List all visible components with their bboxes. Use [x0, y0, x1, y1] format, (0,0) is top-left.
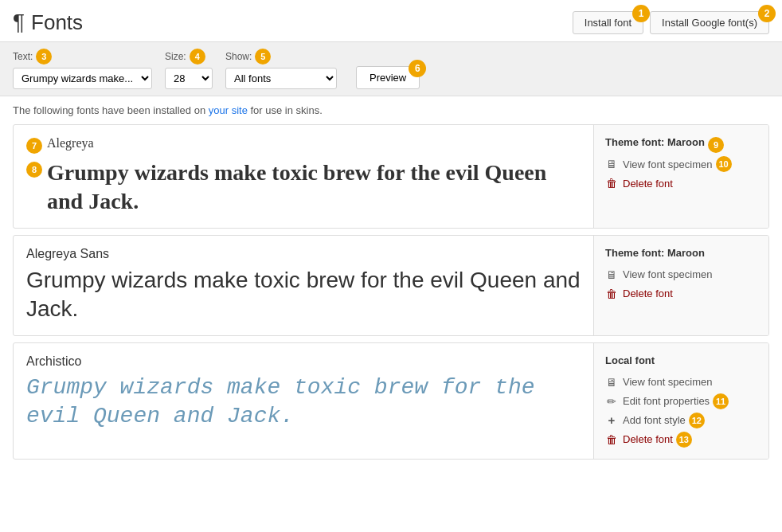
- font-preview-text-archistico: Grumpy wizards make toxic brew for the e…: [26, 374, 581, 432]
- info-text-after: for use in skins.: [251, 104, 323, 116]
- font-preview-alegreya-sans: Alegreya Sans Grumpy wizards make toxic …: [14, 236, 593, 335]
- badge-8: 8: [26, 162, 42, 178]
- font-item-alegreya-sans: Alegreya Sans Grumpy wizards make toxic …: [13, 235, 769, 336]
- install-google-wrap: Install Google font(s) 2: [650, 11, 769, 34]
- font-name-alegreya: Alegreya: [47, 136, 94, 151]
- font-preview-text-alegreya-sans: Grumpy wizards make toxic brew for the e…: [26, 266, 581, 324]
- size-select[interactable]: 28: [165, 68, 213, 89]
- edit-font-archistico[interactable]: ✏ Edit font properties: [605, 393, 710, 409]
- monitor-icon-alegreya-sans: 🖥: [605, 268, 618, 281]
- font-actions-archistico: Local font 🖥 View font specimen ✏ Edit f…: [593, 343, 768, 459]
- info-text-before: The following fonts have been installed …: [13, 104, 205, 116]
- trash-icon-archistico: 🗑: [605, 433, 618, 446]
- text-control: Grumpy wizards make...: [13, 68, 152, 89]
- view-specimen-alegreya-sans[interactable]: 🖥 View font specimen: [605, 267, 757, 283]
- badge-1: 1: [632, 5, 650, 22]
- text-label: Text:: [13, 51, 33, 62]
- monitor-icon-alegreya: 🖥: [605, 158, 618, 170]
- size-group: Size: 4 28: [165, 49, 213, 89]
- edit-icon-archistico: ✏: [605, 395, 618, 408]
- font-tag-alegreya: Theme font: Maroon: [605, 136, 705, 148]
- text-group: Text: 3 Grumpy wizards make...: [13, 49, 152, 89]
- add-icon-archistico: +: [605, 414, 618, 427]
- font-name-archistico: Archistico: [26, 354, 581, 369]
- header-actions: Install font 1 Install Google font(s) 2: [573, 11, 769, 34]
- page-header: ¶ Fonts Install font 1 Install Google fo…: [0, 0, 782, 42]
- badge-10: 10: [716, 156, 732, 172]
- add-font-style-archistico[interactable]: + Add font style: [605, 413, 686, 428]
- badge-7: 7: [26, 138, 42, 154]
- font-preview-text-alegreya: Grumpy wizards make toxic brew for the e…: [47, 158, 581, 217]
- show-select[interactable]: All fonts Theme fonts Local fonts: [225, 68, 337, 89]
- show-group: Show: 5 All fonts Theme fonts Local font…: [225, 49, 337, 89]
- show-label: Show:: [225, 51, 252, 62]
- badge-11: 11: [713, 393, 729, 409]
- monitor-icon-archistico: 🖥: [605, 376, 618, 389]
- font-name-alegreya-sans: Alegreya Sans: [26, 247, 581, 261]
- font-actions-alegreya: Theme font: Maroon 9 🖥 View font specime…: [593, 125, 768, 228]
- size-control: 28: [165, 68, 213, 89]
- delete-font-alegreya-sans[interactable]: 🗑 Delete font: [605, 286, 757, 302]
- toolbar-row: Text: 3 Grumpy wizards make... Size: 4 2…: [13, 49, 769, 89]
- font-preview-alegreya: 7 Alegreya 8 Grumpy wizards make toxic b…: [14, 125, 593, 228]
- font-item-alegreya: 7 Alegreya 8 Grumpy wizards make toxic b…: [13, 124, 769, 229]
- delete-font-alegreya[interactable]: 🗑 Delete font: [605, 175, 757, 191]
- font-preview-archistico: Archistico Grumpy wizards make toxic bre…: [14, 343, 593, 459]
- size-label: Size:: [165, 51, 186, 62]
- show-control: All fonts Theme fonts Local fonts: [225, 68, 337, 89]
- view-specimen-archistico[interactable]: 🖥 View font specimen: [605, 374, 757, 390]
- badge-2: 2: [758, 5, 776, 22]
- font-tag-alegreya-sans: Theme font: Maroon: [605, 247, 757, 259]
- toolbar: Text: 3 Grumpy wizards make... Size: 4 2…: [0, 42, 782, 96]
- font-actions-alegreya-sans: Theme font: Maroon 🖥 View font specimen …: [593, 236, 768, 335]
- badge-13: 13: [676, 432, 692, 448]
- install-font-wrap: Install font 1: [573, 11, 643, 34]
- font-item-archistico: Archistico Grumpy wizards make toxic bre…: [13, 342, 769, 460]
- info-link[interactable]: your site: [209, 104, 248, 116]
- font-list: 7 Alegreya 8 Grumpy wizards make toxic b…: [0, 124, 782, 460]
- badge-9: 9: [708, 137, 724, 153]
- badge-6: 6: [409, 60, 426, 77]
- badge-12: 12: [689, 413, 705, 428]
- font-tag-archistico: Local font: [605, 354, 757, 366]
- delete-font-archistico[interactable]: 🗑 Delete font: [605, 432, 673, 448]
- badge-5: 5: [255, 49, 271, 65]
- pilcrow-icon: ¶: [13, 10, 25, 35]
- page-title: Fonts: [31, 10, 83, 35]
- badge-4: 4: [190, 49, 205, 65]
- preview-wrap: Preview 6: [350, 66, 420, 89]
- info-bar: The following fonts have been installed …: [0, 96, 782, 124]
- badge-3: 3: [36, 49, 52, 65]
- view-specimen-alegreya[interactable]: 🖥 View font specimen: [605, 156, 713, 172]
- text-select[interactable]: Grumpy wizards make...: [13, 68, 152, 89]
- trash-icon-alegreya-sans: 🗑: [605, 288, 618, 300]
- install-google-button[interactable]: Install Google font(s): [650, 11, 769, 34]
- trash-icon-alegreya: 🗑: [605, 177, 618, 190]
